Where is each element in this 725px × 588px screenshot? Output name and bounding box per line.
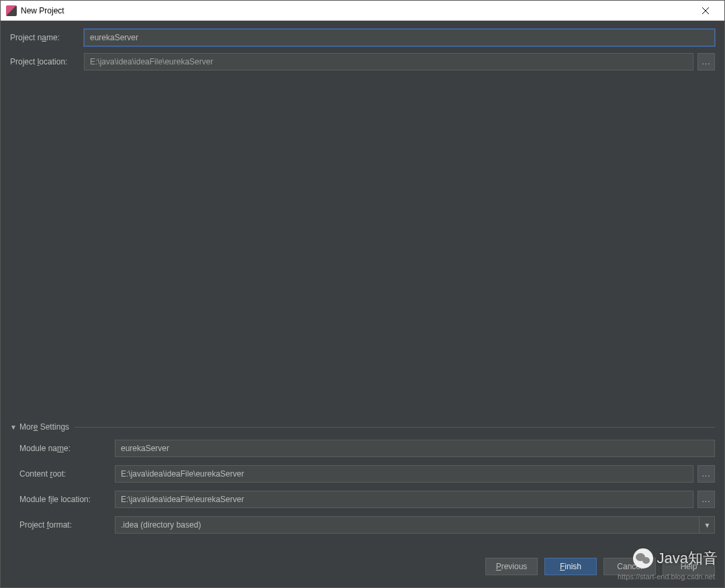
module-name-input[interactable] bbox=[115, 440, 715, 457]
spacer bbox=[1, 85, 724, 420]
content-root-input[interactable] bbox=[115, 465, 693, 483]
module-name-row: Module name: bbox=[19, 440, 715, 457]
titlebar: New Project bbox=[1, 1, 724, 21]
project-name-label: Project name: bbox=[10, 33, 84, 42]
module-file-location-row: Module file location: ... bbox=[19, 491, 715, 508]
close-button[interactable] bbox=[692, 1, 719, 20]
more-settings-label: More Settings bbox=[19, 422, 69, 432]
more-settings-body: Module name: Content root: ... Module fi… bbox=[1, 434, 724, 547]
project-location-label: Project location: bbox=[10, 57, 84, 66]
project-format-row: Project format: ▼ bbox=[19, 516, 715, 534]
project-format-select[interactable]: ▼ bbox=[115, 516, 715, 534]
button-bar: Previous Finish Cancel Help bbox=[1, 547, 724, 587]
module-name-label: Module name: bbox=[19, 444, 115, 453]
project-location-input[interactable] bbox=[84, 53, 693, 70]
chevron-down-icon: ▼ bbox=[10, 424, 17, 431]
browse-module-file-button[interactable]: ... bbox=[697, 491, 715, 508]
project-format-label: Project format: bbox=[19, 520, 115, 530]
content-root-label: Content root: bbox=[19, 469, 115, 479]
window-title: New Project bbox=[21, 6, 692, 15]
more-settings-toggle[interactable]: ▼ More Settings bbox=[1, 420, 724, 434]
help-button[interactable]: Help bbox=[663, 558, 715, 575]
finish-button[interactable]: Finish bbox=[544, 558, 597, 575]
dialog-content: Project name: Project location: ... ▼ Mo… bbox=[1, 21, 724, 587]
project-name-input[interactable] bbox=[84, 29, 715, 46]
close-icon bbox=[702, 7, 709, 14]
project-format-value[interactable] bbox=[115, 516, 715, 534]
chevron-down-icon: ▼ bbox=[699, 516, 715, 534]
previous-button[interactable]: Previous bbox=[485, 558, 538, 575]
top-form: Project name: Project location: ... bbox=[1, 21, 724, 85]
app-icon bbox=[6, 5, 17, 16]
cancel-button[interactable]: Cancel bbox=[603, 558, 656, 575]
module-file-location-input[interactable] bbox=[115, 491, 693, 508]
content-root-row: Content root: ... bbox=[19, 465, 715, 483]
browse-location-button[interactable]: ... bbox=[697, 53, 715, 70]
module-file-location-label: Module file location: bbox=[19, 495, 115, 504]
divider bbox=[75, 427, 715, 428]
project-location-row: Project location: ... bbox=[10, 53, 715, 70]
project-name-row: Project name: bbox=[10, 29, 715, 46]
browse-content-root-button[interactable]: ... bbox=[697, 465, 715, 483]
